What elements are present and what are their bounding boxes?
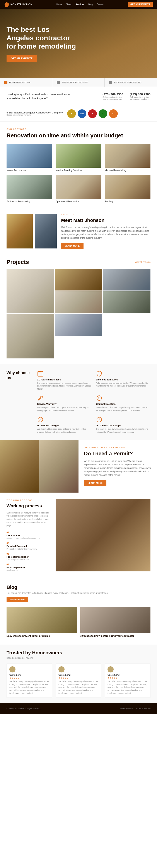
- review-stars-3: ★★★★★: [107, 677, 148, 679]
- hero-content: The best Los Angeles contractor for home…: [6, 25, 151, 62]
- process-desc: Our contractors are ready to bring your …: [6, 511, 50, 527]
- about-tag: About us: [61, 214, 151, 216]
- phone-2-label2: 9am to 6pm weekdays: [130, 98, 151, 100]
- permit-tag: We strive to be a step ahead: [84, 446, 152, 449]
- service-home[interactable]: Home Renovation: [6, 144, 52, 172]
- tab-bathroom[interactable]: BATHROOM REMODELING: [105, 79, 157, 87]
- trusted-title: Trusted by Homeowners: [6, 650, 151, 656]
- process-steps: 01 Consultation Gathering your goals and…: [6, 531, 50, 571]
- phones: (973) 369 2300 Call us anytime in time 9…: [103, 93, 151, 100]
- footer-privacy[interactable]: Privacy Policy: [120, 708, 133, 710]
- why-title-1: 11 Years in Business: [37, 378, 91, 381]
- process-right: [56, 499, 151, 571]
- permit-images: [0, 440, 78, 493]
- why-label: Why choose us: [6, 370, 33, 381]
- permit-btn[interactable]: LEARN MORE: [84, 480, 106, 486]
- review-text-3: We did so many major upgrades to our hou…: [107, 680, 148, 695]
- projects-title: Projects: [6, 259, 29, 266]
- blog-img-1: [6, 607, 77, 633]
- project-5[interactable]: [103, 291, 151, 313]
- step-2-num: 02: [6, 542, 50, 545]
- bath-icon: [109, 81, 112, 84]
- tab-home-renovation[interactable]: HOME RENOVATION: [0, 79, 52, 87]
- hero-cta-button[interactable]: GET AN ESTIMATE: [6, 55, 37, 62]
- phone-1-number: (973) 369 2300: [103, 93, 123, 96]
- nav-about[interactable]: About: [66, 3, 72, 6]
- blog-btn[interactable]: LEARN MORE: [6, 597, 28, 602]
- why-grid: 11 Years in Business Our team of home re…: [37, 370, 151, 434]
- view-all-link[interactable]: View all projects: [135, 261, 151, 263]
- step-4-title: Final Inspection: [6, 566, 50, 569]
- about-btn[interactable]: LEARN MORE: [61, 243, 83, 249]
- service-label-roof: Roofing: [105, 200, 151, 203]
- why-title-5: No Hidden Charges: [37, 424, 91, 427]
- review-text-2: We did so many major upgrades to our hou…: [58, 680, 99, 695]
- why-item-4: $ Competitive Bids We understand that yo…: [96, 395, 151, 412]
- why-title-3: Service Warranty: [37, 403, 91, 405]
- why-text-4: We understand that your budget is very i…: [96, 406, 151, 412]
- review-3: Customer 3 ★★★★★ We did so many major up…: [105, 663, 151, 698]
- service-painting[interactable]: Interior Painting Services: [56, 144, 101, 172]
- project-img-4: [55, 291, 102, 313]
- trusted-sub: Based on customer reviews: [6, 657, 151, 659]
- tab-painting[interactable]: INTERIOR/PAINTING SRV: [52, 79, 105, 87]
- service-kitchen[interactable]: Kitchen Remodeling: [105, 144, 151, 172]
- blog-section: Blog Our people are dedicated to finding…: [0, 578, 157, 645]
- service-img-painting: [56, 144, 101, 168]
- nav-cta-button[interactable]: GET AN ESTIMATE: [128, 2, 153, 7]
- projects-grid: [6, 269, 151, 359]
- footer-copyright: © 2021 Konstruktion. All rights reserved…: [6, 708, 42, 710]
- about-img-main: [6, 214, 33, 248]
- about-images: [6, 214, 57, 248]
- project-2[interactable]: [55, 269, 102, 290]
- review-2: Customer 2 ★★★★★ We did so many major up…: [56, 663, 101, 698]
- phone-1: (973) 369 2300 Call us anytime in time 9…: [103, 93, 123, 100]
- nav-contact[interactable]: Contact: [97, 3, 104, 6]
- why-item-6: On-Time & On-Budget Our team will quickl…: [96, 416, 151, 434]
- avatar-2: [58, 666, 64, 673]
- service-apt[interactable]: Apartment Renovation: [56, 175, 101, 203]
- step-4-num: 04: [6, 563, 50, 566]
- project-4[interactable]: [55, 291, 102, 313]
- nav-services[interactable]: Services: [75, 3, 84, 6]
- about-content: About us Meet Matt Jhonson Matt Jhonson …: [61, 214, 151, 249]
- nav-blog[interactable]: Blog: [88, 3, 93, 6]
- footer-links: Privacy Policy Terms of Service: [120, 708, 151, 710]
- info-question: Looking for qualified professionals to d…: [6, 93, 72, 100]
- service-label-home: Home Renovation: [6, 169, 52, 172]
- services-label: Our services: [6, 128, 151, 130]
- review-text-1: We did so many major upgrades to our hou…: [9, 680, 50, 695]
- rating-text: 5-Star Rated Los Angeles Construction Co…: [6, 111, 63, 114]
- project-1[interactable]: [6, 269, 54, 313]
- footer-terms[interactable]: Terms of Service: [136, 708, 151, 710]
- calendar-icon: [37, 370, 44, 377]
- phone-1-label: Call us anytime in time: [103, 96, 123, 98]
- avatar-3: [107, 666, 113, 673]
- service-bath[interactable]: Bathroom Remodeling: [6, 175, 52, 203]
- nav-links: Home About Services Blog Contact: [56, 3, 104, 6]
- logo-text: KONSTRUKTION: [10, 3, 32, 6]
- project-7[interactable]: [55, 314, 102, 336]
- service-roof[interactable]: Roofing: [105, 175, 151, 203]
- nav-home[interactable]: Home: [56, 3, 62, 6]
- projects-header: Projects View all projects: [6, 259, 151, 266]
- rating-bar: 5-Star Rated Los Angeles Construction Co…: [0, 106, 157, 122]
- check-icon: [37, 416, 44, 423]
- project-img-3: [103, 269, 151, 290]
- permit-content: We strive to be a step ahead Do I need a…: [78, 440, 157, 493]
- review-1: Customer 1 ★★★★★ We did so many major up…: [6, 663, 52, 698]
- shield-icon: [96, 370, 103, 377]
- phone-2-label: Call us anytime in time: [130, 96, 151, 98]
- blog-post-2[interactable]: 10 things to know before hiring your con…: [80, 607, 151, 638]
- review-name-1: Customer 1: [9, 674, 50, 676]
- review-name-2: Customer 2: [58, 674, 99, 676]
- tabs-bar: HOME RENOVATION INTERIOR/PAINTING SRV BA…: [0, 79, 157, 87]
- blog-post-1[interactable]: Easy ways to prevent gutter problems: [6, 607, 77, 638]
- rating-badges: ★ 2021 ★ ✓ A+: [67, 109, 118, 118]
- why-text-1: Our team of home remodeling veterans has…: [37, 382, 91, 391]
- phone-2: (973) 400 2300 Call us anytime in time 9…: [130, 93, 151, 100]
- project-3[interactable]: [103, 269, 151, 290]
- project-6[interactable]: [6, 314, 54, 359]
- why-text-6: Our team will quickly turn a project aro…: [96, 428, 151, 434]
- logo[interactable]: KONSTRUKTION: [4, 2, 32, 7]
